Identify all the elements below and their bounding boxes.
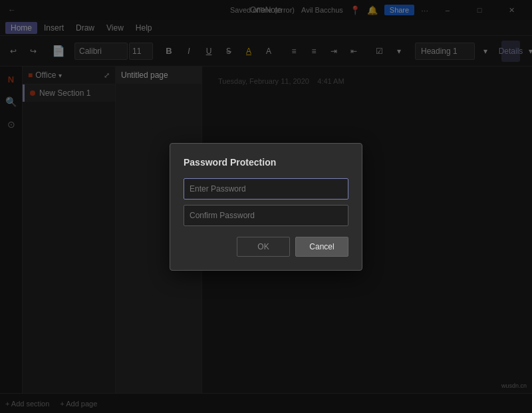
- password-input[interactable]: [184, 178, 348, 200]
- confirm-password-input[interactable]: [184, 205, 348, 226]
- cancel-button[interactable]: Cancel: [295, 237, 348, 257]
- modal-title: Password Protection: [184, 157, 348, 168]
- ok-button[interactable]: OK: [237, 237, 290, 257]
- modal-buttons: OK Cancel: [184, 237, 348, 257]
- watermark: wusdn.cn: [501, 382, 527, 389]
- password-dialog: Password Protection OK Cancel: [170, 143, 362, 271]
- modal-overlay: Password Protection OK Cancel: [0, 0, 532, 413]
